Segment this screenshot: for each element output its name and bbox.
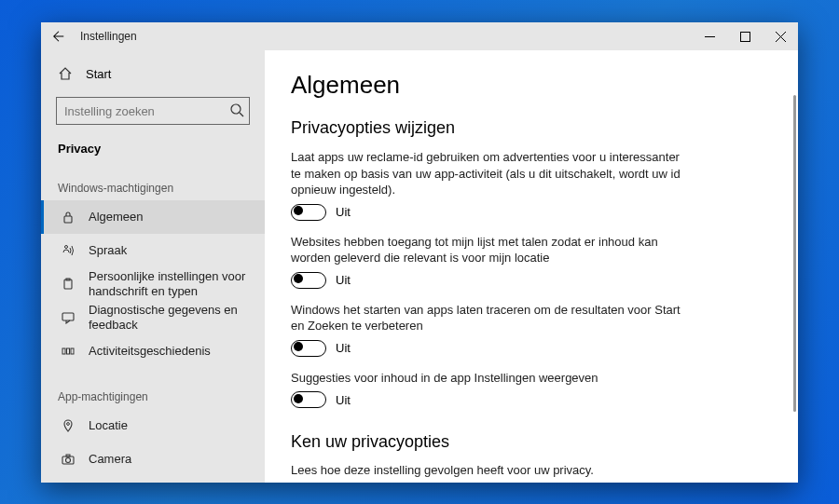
sidebar: Start Privacy Windows-machtigingen Algem… [41,50,265,483]
svg-point-1 [231,104,241,114]
section-change-privacy-options: Privacyopties wijzigen [291,118,772,138]
know-privacy-section: Ken uw privacyopties Lees hoe deze inste… [291,432,772,483]
sidebar-item-location[interactable]: Locatie [41,409,265,443]
toggle-languages[interactable] [291,272,326,289]
toggle-app-launch[interactable] [291,340,326,357]
camera-icon [61,453,76,466]
close-icon [776,32,786,42]
maximize-button[interactable] [727,22,763,50]
svg-rect-6 [62,313,74,320]
toggle-label: Uit [336,205,351,219]
svg-rect-9 [71,348,74,354]
lock-icon [61,211,76,224]
clipboard-icon [61,278,76,291]
sidebar-item-diagnostics[interactable]: Diagnostische gegevens en feedback [41,301,265,334]
speech-icon [61,244,76,257]
sidebar-item-label: Spraak [89,243,254,258]
setting-languages: Websites hebben toegang tot mijn lijst m… [291,234,682,289]
setting-desc: Laat apps uw reclame-id gebruiken om adv… [291,149,682,198]
setting-desc: Suggesties voor inhoud in de app Instell… [291,370,682,387]
category-label: Privacy [41,134,265,182]
sidebar-item-label: Diagnostische gegevens en feedback [89,303,254,334]
setting-ad-id: Laat apps uw reclame-id gebruiken om adv… [291,149,682,221]
svg-rect-13 [66,455,70,456]
toggle-ad-id[interactable] [291,204,326,221]
search-icon [229,102,244,117]
sidebar-item-label: Locatie [89,418,254,433]
home-icon [58,66,73,81]
search-container [56,97,250,125]
close-button[interactable] [763,22,798,50]
section-windows-permissions: Windows-machtigingen [41,182,265,200]
feedback-icon [61,311,76,324]
sidebar-item-camera[interactable]: Camera [41,443,265,476]
svg-point-10 [67,423,70,426]
toggle-suggestions[interactable] [291,391,326,408]
sidebar-item-label: Activiteitsgeschiedenis [89,344,254,359]
page-title: Algemeen [291,71,772,100]
search-input[interactable] [56,97,250,125]
setting-suggestions: Suggesties voor inhoud in de app Instell… [291,370,682,409]
minimize-icon [705,32,715,42]
svg-point-3 [65,246,68,249]
setting-app-launch: Windows het starten van apps laten trace… [291,302,682,357]
svg-rect-2 [64,216,72,223]
location-icon [61,419,76,432]
titlebar: Instellingen [41,22,798,50]
toggle-label: Uit [336,393,351,407]
svg-rect-0 [740,32,750,41]
svg-point-12 [66,458,71,463]
sidebar-item-label: Persoonlijke instellingen voor handschri… [89,269,254,300]
back-arrow-icon [52,30,65,43]
svg-rect-7 [62,348,65,354]
toggle-label: Uit [336,341,351,355]
setting-desc: Windows het starten van apps laten trace… [291,302,682,334]
sidebar-item-speech[interactable]: Spraak [41,234,265,267]
home-button[interactable]: Start [41,58,265,89]
know-title: Ken uw privacyopties [291,432,772,452]
back-button[interactable] [41,22,76,50]
sidebar-item-general[interactable]: Algemeen [41,200,265,234]
scrollbar-thumb[interactable] [793,95,796,412]
maximize-icon [740,32,750,42]
section-app-permissions: App-machtigingen [41,390,265,409]
settings-window: Instellingen Start [41,22,798,483]
main-content: Algemeen Privacyopties wijzigen Laat app… [265,50,798,483]
sidebar-item-inking[interactable]: Persoonlijke instellingen voor handschri… [41,267,265,301]
setting-desc: Websites hebben toegang tot mijn lijst m… [291,234,682,266]
window-title: Instellingen [76,30,137,43]
know-desc: Lees hoe deze instelling gevolgen heeft … [291,463,772,477]
svg-rect-8 [67,348,70,354]
history-icon [61,345,76,358]
sidebar-item-label: Algemeen [89,210,254,225]
minimize-button[interactable] [692,22,727,50]
toggle-label: Uit [336,273,351,287]
sidebar-item-label: Camera [89,452,254,467]
sidebar-item-activity[interactable]: Activiteitsgeschiedenis [41,334,265,368]
home-label: Start [86,67,111,81]
